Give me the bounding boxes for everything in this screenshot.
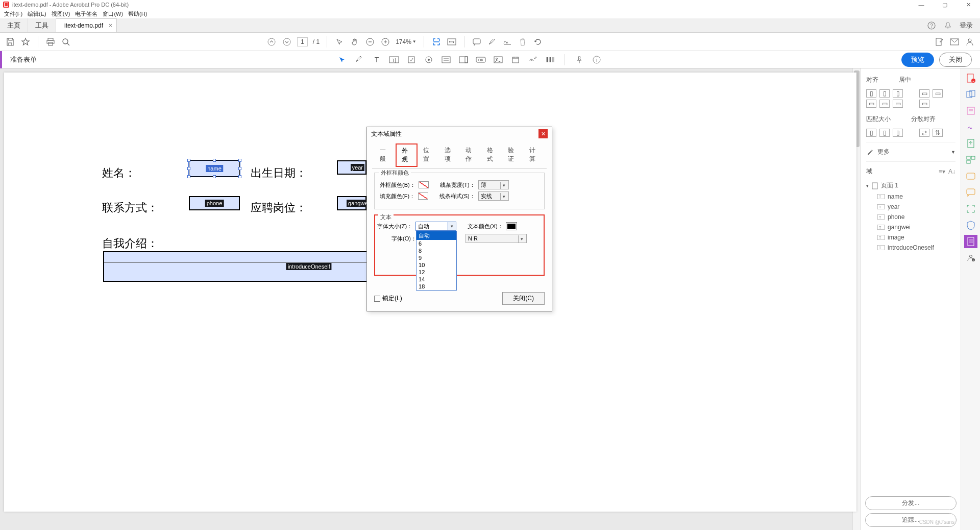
- dialog-tab-appearance[interactable]: 外观: [396, 143, 418, 167]
- strip-protect-icon[interactable]: [964, 219, 977, 232]
- az-sort-icon[interactable]: A↓: [948, 168, 955, 175]
- border-color-swatch[interactable]: [419, 181, 429, 188]
- line-style-select[interactable]: 实线▾: [478, 191, 509, 201]
- tree-field-intro[interactable]: TintroduceOneself: [866, 243, 955, 253]
- edit-tool-icon[interactable]: [354, 55, 364, 65]
- match-both-icon[interactable]: ▯: [893, 129, 903, 137]
- font-size-option[interactable]: 8: [416, 247, 456, 254]
- field-name[interactable]: name: [189, 160, 240, 177]
- tree-field-gangwei[interactable]: Tgangwei: [866, 222, 955, 232]
- text-color-swatch[interactable]: [506, 223, 517, 230]
- strip-more-icon[interactable]: +: [964, 251, 977, 264]
- strip-combine-icon[interactable]: [964, 88, 977, 101]
- align-right-icon[interactable]: ▯: [893, 89, 903, 98]
- chevron-down-icon[interactable]: ▾: [448, 222, 456, 230]
- lock-checkbox[interactable]: [374, 296, 380, 302]
- tree-field-image[interactable]: Timage: [866, 232, 955, 243]
- select-cursor-icon[interactable]: [334, 37, 345, 47]
- close-window-button[interactable]: ✕: [957, 0, 980, 9]
- field-year[interactable]: year: [337, 160, 366, 175]
- fill-color-swatch[interactable]: [418, 192, 428, 200]
- mail-icon[interactable]: [949, 37, 960, 47]
- font-size-option[interactable]: 12: [416, 269, 456, 276]
- distribute-v-icon[interactable]: ⇅: [933, 129, 943, 137]
- font-size-option[interactable]: 14: [416, 276, 456, 283]
- date-field-tool-icon[interactable]: [510, 55, 521, 65]
- font-size-option[interactable]: 10: [416, 261, 456, 269]
- minimize-button[interactable]: —: [910, 0, 933, 9]
- search-icon[interactable]: [61, 37, 71, 47]
- menu-edit[interactable]: 编辑(E): [28, 10, 46, 18]
- font-size-combo[interactable]: 自动 ▾ 自动 6 8 9 10 12 14 18: [415, 222, 456, 231]
- strip-organize-icon[interactable]: [964, 153, 977, 166]
- menu-help[interactable]: 帮助(H): [128, 10, 147, 18]
- font-size-option[interactable]: 18: [416, 283, 456, 290]
- center-h-icon[interactable]: ▭: [919, 89, 929, 98]
- menu-esign[interactable]: 电子签名: [75, 10, 97, 18]
- match-width-icon[interactable]: ▯: [866, 129, 876, 137]
- dialog-tab-options[interactable]: 选项: [439, 143, 460, 167]
- dialog-tab-calculate[interactable]: 计算: [524, 143, 545, 167]
- align-top-icon[interactable]: ▭: [866, 100, 876, 108]
- close-tab-icon[interactable]: ×: [109, 22, 112, 29]
- zoom-out-icon[interactable]: [365, 37, 375, 47]
- distribute-h-icon[interactable]: ⇄: [919, 129, 929, 137]
- scan-icon[interactable]: [431, 37, 442, 47]
- tree-field-name[interactable]: Tname: [866, 191, 955, 202]
- arrow-tool-icon[interactable]: [337, 55, 347, 65]
- dialog-tab-validate[interactable]: 验证: [502, 143, 524, 167]
- align-vcenter-icon[interactable]: ▭: [879, 100, 890, 108]
- dropdown-tool-icon[interactable]: [458, 55, 469, 65]
- menu-window[interactable]: 窗口(W): [103, 10, 123, 18]
- signature-field-tool-icon[interactable]: [528, 55, 538, 65]
- menu-file[interactable]: 文件(F): [4, 10, 22, 18]
- button-tool-icon[interactable]: OK: [476, 55, 486, 65]
- tree-field-phone[interactable]: Tphone: [866, 212, 955, 222]
- field-gangwei[interactable]: gangwei: [337, 196, 366, 210]
- font-size-option[interactable]: 9: [416, 254, 456, 261]
- sort-icon[interactable]: ≡▾: [939, 168, 945, 175]
- dialog-tab-actions[interactable]: 动作: [460, 143, 481, 167]
- dialog-close-btn[interactable]: 关闭(C): [502, 292, 545, 305]
- font-size-option[interactable]: 自动: [416, 231, 456, 240]
- line-width-select[interactable]: 薄▾: [478, 180, 509, 189]
- center-v-icon[interactable]: ▭: [933, 89, 943, 98]
- align-bottom-icon[interactable]: ▭: [893, 100, 903, 108]
- dialog-close-button[interactable]: ✕: [538, 129, 548, 138]
- strip-form-icon[interactable]: [964, 235, 977, 248]
- info-icon[interactable]: i: [592, 55, 602, 65]
- preview-button[interactable]: 预览: [901, 53, 934, 67]
- tab-home[interactable]: 主页: [0, 18, 28, 32]
- barcode-tool-icon[interactable]: [545, 55, 555, 65]
- distribute-button[interactable]: 分发...: [865, 496, 957, 510]
- tree-field-year[interactable]: Tyear: [866, 202, 955, 212]
- align-left-icon[interactable]: ▯: [866, 89, 876, 98]
- align-hcenter-icon[interactable]: ▯: [879, 89, 890, 98]
- star-icon[interactable]: [20, 37, 31, 47]
- dialog-tab-format[interactable]: 格式: [481, 143, 503, 167]
- hand-icon[interactable]: [350, 37, 360, 47]
- bell-icon[interactable]: [943, 21, 952, 30]
- fit-width-icon[interactable]: [447, 37, 457, 47]
- page-up-icon[interactable]: [266, 37, 277, 47]
- text-area-tool-icon[interactable]: T|: [389, 55, 399, 65]
- tab-document[interactable]: itext-demo.pdf ×: [56, 18, 117, 32]
- menu-view[interactable]: 视图(V): [52, 10, 70, 18]
- tab-tools[interactable]: 工具: [28, 18, 56, 32]
- rp-more[interactable]: 更多 ▼: [866, 142, 955, 156]
- zoom-in-icon[interactable]: [380, 37, 390, 47]
- image-field-tool-icon[interactable]: [493, 55, 503, 65]
- page-down-icon[interactable]: [282, 37, 292, 47]
- match-height-icon[interactable]: ▯: [879, 129, 890, 137]
- strip-sign-icon[interactable]: [964, 121, 977, 134]
- help-icon[interactable]: ?: [927, 21, 936, 30]
- radio-tool-icon[interactable]: [424, 55, 434, 65]
- highlight-icon[interactable]: [487, 37, 497, 47]
- listbox-tool-icon[interactable]: [441, 55, 451, 65]
- refresh-icon[interactable]: [533, 37, 543, 47]
- pin-icon[interactable]: [574, 55, 584, 65]
- dialog-tab-general[interactable]: 一般: [374, 143, 396, 167]
- delete-icon[interactable]: [518, 37, 528, 47]
- center-both-icon[interactable]: ▭: [919, 100, 929, 108]
- strip-share-icon[interactable]: [964, 170, 977, 183]
